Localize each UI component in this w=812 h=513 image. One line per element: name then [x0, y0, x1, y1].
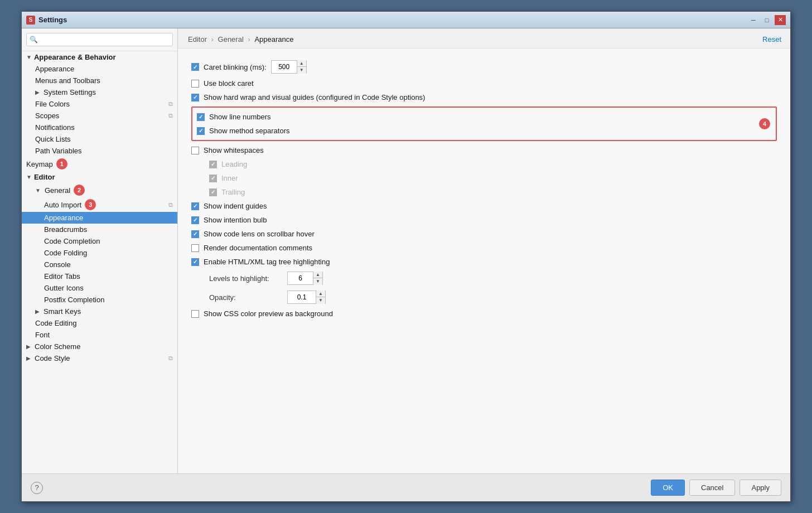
sidebar-item-code-editing[interactable]: Code Editing: [22, 317, 177, 329]
apply-button[interactable]: Apply: [740, 480, 781, 496]
show-line-numbers-row: Show line numbers: [197, 110, 771, 124]
trailing-row: Trailing: [209, 185, 777, 199]
levels-increment[interactable]: ▲: [313, 272, 322, 278]
show-intention-bulb-checkbox[interactable]: [191, 216, 199, 224]
sidebar-item-breadcrumbs[interactable]: Breadcrumbs: [22, 224, 177, 235]
sidebar-item-file-colors[interactable]: File Colors ⧉: [22, 98, 177, 110]
sidebar-item-appearance-editor[interactable]: Appearance: [22, 212, 177, 224]
opacity-decrement[interactable]: ▼: [316, 297, 325, 304]
show-whitespaces-checkbox[interactable]: [191, 147, 199, 154]
breadcrumb-separator: ›: [248, 35, 252, 43]
show-indent-guides-row: Show indent guides: [191, 199, 777, 213]
show-hard-wrap-checkbox[interactable]: [191, 94, 199, 101]
settings-area: Caret blinking (ms): 500 ▲ ▼ Use block: [178, 49, 790, 473]
caret-blinking-increment[interactable]: ▲: [297, 60, 306, 67]
expand-icon: ▶: [26, 355, 31, 361]
highlighted-options-box: 4 Show line numbers Show method separato…: [191, 107, 777, 141]
caret-blinking-checkbox[interactable]: [191, 63, 199, 71]
inner-label: Inner: [221, 174, 238, 182]
opacity-increment[interactable]: ▲: [316, 291, 325, 297]
content-area: 🔍 ▼ Appearance & Behavior Appearance Men…: [22, 28, 790, 473]
footer-left: ?: [31, 482, 43, 494]
enable-html-xml-checkbox[interactable]: [191, 258, 199, 266]
sidebar-item-label: Code Editing: [35, 319, 76, 327]
trailing-label: Trailing: [221, 188, 245, 196]
inner-row: Inner: [209, 171, 777, 185]
use-block-caret-checkbox[interactable]: [191, 80, 199, 88]
show-code-lens-checkbox[interactable]: [191, 230, 199, 238]
sidebar-item-general[interactable]: ▼General 2: [22, 183, 177, 197]
levels-to-highlight-label: Levels to highlight:: [209, 274, 282, 283]
maximize-button[interactable]: □: [761, 15, 772, 25]
sidebar-item-quick-lists[interactable]: Quick Lists: [22, 133, 177, 145]
enable-html-xml-row: Enable HTML/XML tag tree highlighting: [191, 255, 777, 269]
sidebar-item-code-completion[interactable]: Code Completion: [22, 235, 177, 247]
show-hard-wrap-row: Show hard wrap and visual guides (config…: [191, 90, 777, 104]
sidebar-item-label: Auto Import: [44, 201, 81, 209]
opacity-input[interactable]: 0.1: [288, 292, 316, 302]
trailing-checkbox[interactable]: [209, 188, 217, 196]
show-css-preview-checkbox[interactable]: [191, 310, 199, 318]
titlebar: S Settings ─ □ ✕: [22, 12, 790, 28]
search-input[interactable]: [26, 33, 173, 46]
use-block-caret-row: Use block caret: [191, 76, 777, 90]
expand-icon: ▶: [35, 308, 40, 314]
sidebar-item-postfix-completion[interactable]: Postfix Completion: [22, 294, 177, 306]
show-line-numbers-checkbox[interactable]: [197, 113, 205, 121]
sidebar-item-code-style[interactable]: ▶Code Style ⧉: [22, 352, 177, 364]
caret-blinking-spinners: ▲ ▼: [297, 60, 306, 74]
close-button[interactable]: ✕: [775, 15, 786, 25]
sidebar-item-notifications[interactable]: Notifications: [22, 122, 177, 133]
navigation-tree: ▼ Appearance & Behavior Appearance Menus…: [22, 51, 177, 473]
sidebar-item-label: Menus and Toolbars: [35, 76, 100, 85]
caret-blinking-row: Caret blinking (ms): 500 ▲ ▼: [191, 57, 777, 76]
main-header: Editor › General › Appearance Reset: [178, 28, 790, 49]
sidebar-item-font[interactable]: Font: [22, 329, 177, 341]
sidebar-item-appearance[interactable]: Appearance: [22, 63, 177, 75]
show-whitespaces-row: Show whitespaces: [191, 143, 777, 157]
breadcrumb-part-3: Appearance: [254, 35, 293, 43]
caret-blinking-decrement[interactable]: ▼: [297, 67, 306, 74]
sidebar-item-editor[interactable]: ▼ Editor 2: [22, 171, 177, 183]
opacity-label: Opacity:: [209, 293, 282, 302]
sidebar-item-smart-keys[interactable]: ▶Smart Keys: [22, 306, 177, 317]
show-indent-guides-checkbox[interactable]: [191, 202, 199, 210]
sidebar-item-appearance-behavior[interactable]: ▼ Appearance & Behavior: [22, 51, 177, 63]
sidebar-item-path-variables[interactable]: Path Variables: [22, 145, 177, 157]
sidebar-item-keymap[interactable]: Keymap 1: [22, 157, 177, 171]
levels-to-highlight-input[interactable]: 6: [288, 273, 313, 283]
show-code-lens-label: Show code lens on scrollbar hover: [204, 230, 315, 238]
cancel-button[interactable]: Cancel: [689, 480, 735, 496]
sidebar-item-scopes[interactable]: Scopes ⧉: [22, 110, 177, 122]
sidebar-item-color-scheme[interactable]: ▶Color Scheme: [22, 341, 177, 352]
caret-blinking-input[interactable]: 500: [272, 62, 297, 72]
levels-to-highlight-input-wrapper: 6 ▲ ▼: [287, 272, 323, 285]
sidebar-item-label: Console: [44, 260, 71, 269]
sidebar-item-menus-toolbars[interactable]: Menus and Toolbars: [22, 75, 177, 86]
sidebar-item-system-settings[interactable]: ▶System Settings: [22, 86, 177, 98]
sidebar-item-auto-import[interactable]: Auto Import 3 ⧉: [22, 197, 177, 212]
breadcrumb-separator: ›: [211, 35, 216, 43]
show-method-separators-checkbox[interactable]: [197, 127, 205, 135]
leading-checkbox[interactable]: [209, 161, 217, 168]
expand-icon: ▶: [35, 89, 40, 95]
opacity-spinners: ▲ ▼: [316, 291, 325, 304]
sidebar-item-editor-tabs[interactable]: Editor Tabs: [22, 270, 177, 282]
show-line-numbers-label: Show line numbers: [209, 113, 271, 121]
auto-import-badge: 3: [85, 199, 96, 210]
render-doc-comments-checkbox[interactable]: [191, 244, 199, 252]
levels-decrement[interactable]: ▼: [313, 278, 322, 285]
inner-checkbox[interactable]: [209, 175, 217, 182]
sidebar-item-label: Code Completion: [44, 237, 100, 245]
settings-window: S Settings ─ □ ✕ 🔍 ▼ Appearance & Behavi…: [21, 11, 791, 502]
minimize-button[interactable]: ─: [748, 15, 759, 25]
ok-button[interactable]: OK: [651, 480, 685, 496]
sidebar-item-label: Appearance & Behavior: [34, 53, 116, 61]
sidebar-item-console[interactable]: Console: [22, 259, 177, 270]
sidebar-item-label: Appearance: [35, 65, 74, 73]
reset-link[interactable]: Reset: [762, 35, 781, 43]
sidebar-item-code-folding[interactable]: Code Folding: [22, 247, 177, 259]
help-button[interactable]: ?: [31, 482, 43, 494]
sidebar-item-label: Quick Lists: [35, 135, 71, 143]
sidebar-item-gutter-icons[interactable]: Gutter Icons: [22, 282, 177, 294]
